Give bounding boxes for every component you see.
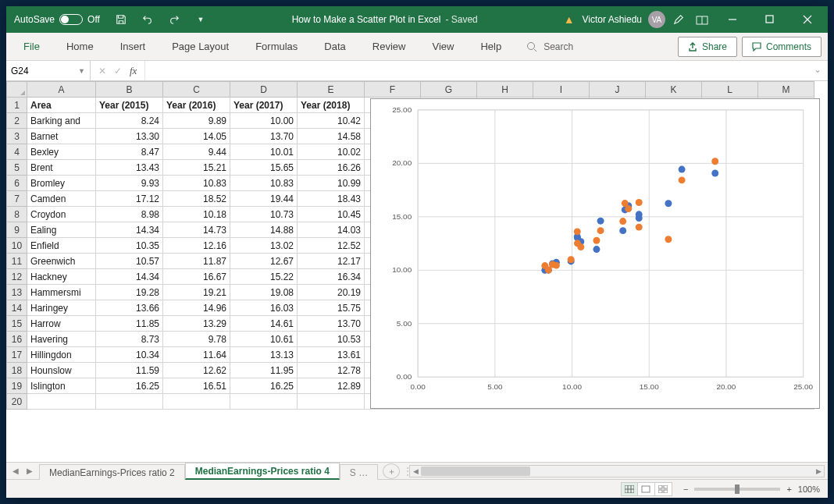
- tab-file[interactable]: File: [12, 34, 51, 59]
- cell-D6[interactable]: 10.83: [230, 176, 298, 191]
- cell-D13[interactable]: 19.08: [230, 285, 298, 300]
- cell-B14[interactable]: 13.66: [96, 300, 163, 316]
- tab-help[interactable]: Help: [469, 34, 512, 59]
- col-header-L[interactable]: L: [702, 82, 758, 98]
- sheet-nav-next-icon[interactable]: ▶: [27, 467, 33, 475]
- zoom-out-icon[interactable]: −: [683, 484, 688, 494]
- autosave-toggle[interactable]: AutoSave Off: [9, 14, 105, 25]
- scatter-chart[interactable]: 0.005.0010.0015.0020.0025.000.005.0010.0…: [370, 98, 820, 409]
- cell-A20[interactable]: [27, 394, 96, 410]
- cell-B11[interactable]: 10.57: [96, 254, 163, 269]
- col-header-K[interactable]: K: [646, 82, 702, 98]
- zoom-control[interactable]: − + 100%: [683, 484, 820, 494]
- save-icon[interactable]: [111, 14, 131, 26]
- cell-B8[interactable]: 8.98: [96, 207, 163, 222]
- cell-E7[interactable]: 18.43: [298, 191, 365, 207]
- minimize-button[interactable]: [715, 6, 750, 33]
- cell-E18[interactable]: 12.78: [298, 363, 365, 378]
- sheet-tab-active[interactable]: MedianEarnings-Prices ratio 4: [185, 463, 340, 480]
- user-avatar[interactable]: VA: [648, 11, 665, 28]
- cell-D8[interactable]: 10.73: [230, 207, 298, 222]
- sheet-tab-inactive[interactable]: MedianEarnings-Prices ratio 2: [39, 464, 185, 480]
- qat-customize-icon[interactable]: ▼: [191, 16, 211, 23]
- cell-E3[interactable]: 14.58: [298, 129, 365, 144]
- cell-D3[interactable]: 13.70: [230, 129, 298, 144]
- cell-E15[interactable]: 13.70: [298, 316, 365, 332]
- cell-E11[interactable]: 12.17: [298, 254, 365, 269]
- cell-B15[interactable]: 11.85: [96, 316, 163, 332]
- col-header-A[interactable]: A: [27, 82, 96, 98]
- row-header-4[interactable]: 4: [7, 144, 27, 160]
- cell-B13[interactable]: 19.28: [96, 285, 163, 300]
- tab-data[interactable]: Data: [313, 34, 356, 59]
- pen-icon[interactable]: [668, 14, 689, 26]
- row-header-19[interactable]: 19: [7, 378, 27, 394]
- col-header-G[interactable]: G: [421, 82, 477, 98]
- cell-C18[interactable]: 12.62: [163, 363, 230, 378]
- cell-D16[interactable]: 10.61: [230, 332, 298, 347]
- comments-button[interactable]: Comments: [742, 37, 822, 57]
- col-header-M[interactable]: M: [758, 82, 814, 98]
- formula-input[interactable]: [145, 61, 807, 80]
- cell-E14[interactable]: 15.75: [298, 300, 365, 316]
- tab-insert[interactable]: Insert: [109, 34, 157, 59]
- row-header-15[interactable]: 15: [7, 316, 27, 332]
- cell-B12[interactable]: 14.34: [96, 269, 163, 285]
- cell-A14[interactable]: Haringey: [27, 300, 96, 316]
- cell-B9[interactable]: 14.34: [96, 222, 163, 238]
- zoom-in-icon[interactable]: +: [786, 484, 791, 494]
- row-header-5[interactable]: 5: [7, 160, 27, 176]
- cell-A4[interactable]: Bexley: [27, 144, 96, 160]
- new-sheet-button[interactable]: ＋: [383, 463, 400, 479]
- row-header-2[interactable]: 2: [7, 113, 27, 129]
- cell-D10[interactable]: 13.02: [230, 238, 298, 254]
- row-header-12[interactable]: 12: [7, 269, 27, 285]
- cell-B16[interactable]: 8.73: [96, 332, 163, 347]
- cell-E10[interactable]: 12.52: [298, 238, 365, 254]
- cell-A6[interactable]: Bromley: [27, 176, 96, 191]
- cell-C11[interactable]: 11.87: [163, 254, 230, 269]
- cell-E17[interactable]: 13.61: [298, 347, 365, 363]
- cell-A7[interactable]: Camden: [27, 191, 96, 207]
- cell-A9[interactable]: Ealing: [27, 222, 96, 238]
- row-header-9[interactable]: 9: [7, 222, 27, 238]
- maximize-button[interactable]: [753, 6, 787, 33]
- row-header-3[interactable]: 3: [7, 129, 27, 144]
- cell-A19[interactable]: Islington: [27, 378, 96, 394]
- scroll-thumb[interactable]: [421, 467, 530, 476]
- col-header-I[interactable]: I: [533, 82, 590, 98]
- cell-B6[interactable]: 9.93: [96, 176, 163, 191]
- row-header-14[interactable]: 14: [7, 300, 27, 316]
- view-page-break-button[interactable]: [655, 482, 672, 496]
- cell-E12[interactable]: 16.34: [298, 269, 365, 285]
- cancel-formula-icon[interactable]: ✕: [98, 66, 106, 76]
- cell-C5[interactable]: 15.21: [163, 160, 230, 176]
- cell-B19[interactable]: 16.25: [96, 378, 163, 394]
- cell-C20[interactable]: [163, 394, 230, 410]
- cell-A3[interactable]: Barnet: [27, 129, 96, 144]
- row-header-18[interactable]: 18: [7, 363, 27, 378]
- cell-D14[interactable]: 16.03: [230, 300, 298, 316]
- row-header-17[interactable]: 17: [7, 347, 27, 363]
- cell-D17[interactable]: 13.13: [230, 347, 298, 363]
- cell-C2[interactable]: 9.89: [163, 113, 230, 129]
- row-header-16[interactable]: 16: [7, 332, 27, 347]
- select-all-corner[interactable]: [7, 82, 27, 98]
- cell-C12[interactable]: 16.67: [163, 269, 230, 285]
- cell-E6[interactable]: 10.99: [298, 176, 365, 191]
- cell-C14[interactable]: 14.96: [163, 300, 230, 316]
- cell-D4[interactable]: 10.01: [230, 144, 298, 160]
- cell-A11[interactable]: Greenwich: [27, 254, 96, 269]
- cell-D18[interactable]: 11.95: [230, 363, 298, 378]
- cell-D12[interactable]: 15.22: [230, 269, 298, 285]
- zoom-slider[interactable]: [694, 488, 780, 491]
- cell-A12[interactable]: Hackney: [27, 269, 96, 285]
- cell-C10[interactable]: 12.16: [163, 238, 230, 254]
- col-header-D[interactable]: D: [230, 82, 298, 98]
- cell-B10[interactable]: 10.35: [96, 238, 163, 254]
- cell-E1[interactable]: Year (2018): [298, 98, 365, 113]
- cell-B7[interactable]: 17.12: [96, 191, 163, 207]
- cell-E16[interactable]: 10.53: [298, 332, 365, 347]
- horizontal-scrollbar[interactable]: ◀ ▶: [409, 465, 825, 477]
- cell-A16[interactable]: Havering: [27, 332, 96, 347]
